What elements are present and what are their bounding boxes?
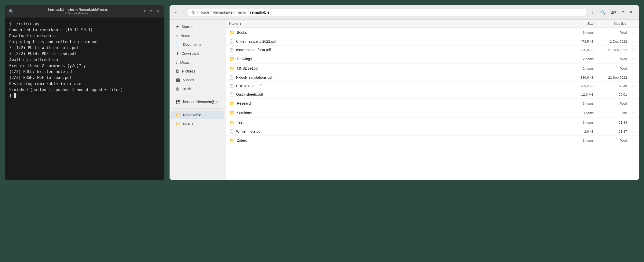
col-modified-header[interactable]: Modified — [594, 22, 635, 25]
table-row[interactable]: 📁 Research 3 items Wed ☆ — [226, 99, 639, 108]
terminal-body: $ ./rmirro.py Connected to remarkable (1… — [5, 17, 164, 180]
col-size-label: Size — [587, 22, 594, 25]
sidebar-item-videos[interactable]: 🎬 Videos — [171, 76, 224, 84]
pdf-icon: 📋 — [229, 92, 234, 97]
breadcrumb: 🏠 / Home / Remarkable / rmirro / remarka… — [188, 9, 586, 16]
file-rows-container: 📁 Books 6 items Wed ☆ 📋 Christmas party … — [226, 28, 639, 145]
table-row[interactable]: 📁 Zotero 3 items Wed ☆ — [226, 136, 639, 145]
sidebar-item-home[interactable]: ⌂ Home — [171, 31, 224, 40]
file-modified: 22 Sep 2022 — [594, 76, 627, 79]
file-size: 305,0 kB — [563, 48, 594, 52]
folder-icon: 📁 — [229, 101, 235, 106]
forward-button[interactable]: › — [181, 8, 185, 16]
table-row[interactable]: 📁 MNSES9100 2 items Wed ☆ — [226, 64, 639, 73]
file-name: 📁 Books — [229, 30, 563, 35]
sidebar-item-account[interactable]: 💾 herman.sletmoen@gm... — [171, 97, 224, 106]
search-button[interactable]: 🔍 — [598, 8, 607, 16]
file-name-label: N-body simulations.pdf — [236, 75, 273, 79]
pdf-icon: 📋 — [229, 48, 234, 52]
more-options-button[interactable]: ⋮ — [589, 8, 597, 16]
back-button[interactable]: ‹ — [174, 8, 178, 16]
breadcrumb-sep-3: / — [234, 10, 235, 14]
file-star[interactable]: ☆ — [627, 66, 635, 70]
table-row[interactable]: 📁 Books 6 items Wed ☆ — [226, 28, 639, 37]
terminal-search-icon[interactable]: 🔍 — [9, 9, 14, 14]
sidebar-locations: 📁 remarkable 📁 NTNU — [170, 111, 226, 128]
sort-arrow-icon: ▲ — [239, 22, 242, 25]
file-star[interactable]: ☆ — [627, 84, 635, 88]
file-size: 3 items — [563, 102, 594, 105]
breadcrumb-home[interactable]: Home — [200, 10, 209, 14]
view-grid-button[interactable]: ⊞▾ — [609, 8, 618, 16]
file-size: 6 items — [563, 31, 594, 34]
view-list-button[interactable]: ≡ — [620, 8, 626, 16]
sidebar-item-trash[interactable]: 🗑 Trash — [171, 85, 224, 93]
file-name-label: PDF to read.pdf — [236, 84, 262, 88]
file-star[interactable]: ☆ — [627, 138, 635, 142]
file-star[interactable]: ☆ — [627, 30, 635, 34]
table-row[interactable]: 📋 Quick sheets.pdf 12,0 MB 20:01 ☆ — [226, 90, 639, 99]
breadcrumb-current[interactable]: remarkable — [250, 10, 269, 14]
table-row[interactable]: 📁 Test 3 items 21:34 ☆ — [226, 118, 639, 127]
music-icon: ♪ — [176, 60, 178, 65]
file-name: 📁 Zotero — [229, 138, 563, 143]
table-row[interactable]: 📁 Seminars 8 items Thu ☆ — [226, 108, 639, 118]
sidebar-item-music[interactable]: ♪ Music — [171, 58, 224, 67]
col-size-header[interactable]: Size — [563, 22, 594, 25]
sidebar-item-starred[interactable]: ★ Starred — [171, 22, 224, 31]
breadcrumb-remarkable[interactable]: Remarkable — [213, 10, 232, 14]
sidebar-item-pictures[interactable]: 🖼 Pictures — [171, 67, 224, 75]
home-icon: 🏠 — [191, 10, 195, 14]
file-star[interactable]: ☆ — [627, 92, 635, 96]
table-row[interactable]: 📁 Drawings 2 items Wed ☆ — [226, 54, 639, 64]
terminal-panel: 🔍 hermasl@mister:~/Remarkable/rmirro ~/R… — [5, 5, 164, 180]
terminal-menu-button[interactable]: ≡ — [149, 8, 153, 15]
sidebar-item-ntnu[interactable]: 📁 NTNU — [171, 120, 224, 128]
file-size: 2 items — [563, 57, 594, 61]
file-star[interactable]: ☆ — [627, 101, 635, 105]
file-star[interactable]: ☆ — [627, 39, 635, 43]
table-row[interactable]: 📋 N-body simulations.pdf 380,6 kB 22 Sep… — [226, 73, 639, 82]
file-name: 📋 N-body simulations.pdf — [229, 75, 563, 80]
pdf-icon: 📋 — [229, 84, 234, 88]
file-star[interactable]: ☆ — [627, 111, 635, 115]
file-size: 2,6 kB — [563, 130, 594, 133]
file-star[interactable]: ☆ — [627, 129, 635, 133]
terminal-title: hermasl@mister:~/Remarkable/rmirro ~/Rem… — [16, 7, 140, 15]
sidebar-item-remarkable[interactable]: 📁 remarkable — [171, 111, 224, 119]
file-modified: Wed — [594, 57, 627, 61]
folder-icon: 📁 — [229, 110, 235, 116]
sidebar-item-downloads[interactable]: ⬇ Downloads — [171, 49, 224, 58]
file-name-label: Books — [237, 30, 247, 34]
folder-icon: 📁 — [229, 30, 235, 35]
sidebar-divider-1 — [173, 95, 222, 95]
file-star[interactable]: ☆ — [627, 120, 635, 124]
sidebar-item-documents[interactable]: 📄 Documents — [171, 40, 224, 49]
table-row[interactable]: 📋 Written note.pdf 2,6 kB 21:37 ☆ — [226, 127, 639, 136]
table-row[interactable]: 📋 PDF to read.pdf 783,2 kB 6 Jan ☆ — [226, 82, 639, 90]
file-size: 3 items — [563, 139, 594, 142]
sidebar-label-account: herman.sletmoen@gm... — [183, 100, 223, 104]
file-name: 📁 Test — [229, 120, 563, 125]
terminal-close-button[interactable]: ✕ — [155, 8, 161, 15]
fm-close-button[interactable]: ✕ — [628, 8, 635, 16]
col-name-header[interactable]: Name ▲ — [229, 22, 563, 25]
videos-icon: 🎬 — [176, 78, 181, 82]
col-modified-label: Modified — [614, 22, 627, 25]
file-star[interactable]: ☆ — [627, 48, 635, 52]
folder-icon: 📁 — [229, 56, 235, 62]
account-icon: 💾 — [176, 100, 181, 104]
breadcrumb-rmirro[interactable]: rmirro — [237, 10, 246, 14]
file-name: 📁 Drawings — [229, 56, 563, 62]
file-name: 📋 Quick sheets.pdf — [229, 92, 563, 97]
file-modified: 20:01 — [594, 93, 627, 96]
file-modified: 21:37 — [594, 130, 627, 133]
file-star[interactable]: ☆ — [627, 57, 635, 61]
table-row[interactable]: 📋 conversation-form.pdf 305,0 kB 27 Sep … — [226, 46, 639, 54]
file-name: 📁 Research — [229, 101, 563, 106]
fm-filelist: Name ▲ Size Modified 📁 Books 6 items Wed… — [226, 20, 639, 180]
file-size: 8 items — [563, 111, 594, 115]
terminal-new-tab-button[interactable]: + — [142, 8, 147, 15]
table-row[interactable]: 📋 Christmas party 2022.pdf 478,5 kB 2 De… — [226, 37, 639, 46]
file-star[interactable]: ☆ — [627, 75, 635, 79]
